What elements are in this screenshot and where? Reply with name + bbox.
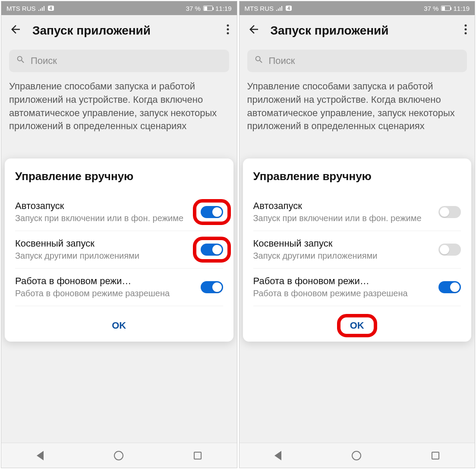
dialog-option: Работа в фоновом режи… Работа в фоновом … <box>15 269 223 306</box>
option-title: Автозапуск <box>253 200 434 212</box>
option-subtitle: Запуск при включении или в фон. режиме <box>253 212 434 224</box>
option-toggle[interactable] <box>201 281 223 293</box>
option-subtitle: Работа в фоновом режиме разрешена <box>253 288 434 299</box>
option-toggle[interactable] <box>201 206 223 218</box>
nav-recent-icon[interactable] <box>194 452 202 459</box>
dialog-option: Автозапуск Запуск при включении или в фо… <box>15 193 223 231</box>
status-bar: MTS RUS 4 37 % 11:19 <box>240 1 475 15</box>
dialog-option: Работа в фоновом режи… Работа в фоновом … <box>253 269 461 306</box>
search-placeholder: Поиск <box>269 55 295 67</box>
carrier-label: MTS RUS <box>6 5 36 12</box>
battery-percent: 37 % <box>424 5 438 12</box>
nav-home-icon[interactable] <box>352 451 361 460</box>
notification-count-badge: 4 <box>48 6 54 11</box>
battery-percent: 37 % <box>186 5 201 12</box>
option-toggle[interactable] <box>438 281 461 293</box>
carrier-label: MTS RUS <box>245 5 274 12</box>
svg-point-3 <box>465 25 467 27</box>
option-toggle[interactable] <box>201 244 223 256</box>
svg-point-4 <box>465 29 467 31</box>
nav-recent-icon[interactable] <box>432 452 439 459</box>
app-header: Запуск приложений <box>240 15 475 46</box>
svg-point-1 <box>227 29 229 31</box>
option-title: Работа в фоновом режи… <box>253 276 434 287</box>
clock: 11:19 <box>453 5 470 12</box>
nav-back-icon[interactable] <box>274 451 281 460</box>
dialog-title: Управление вручную <box>15 170 223 183</box>
option-toggle[interactable] <box>438 206 461 218</box>
ok-button[interactable]: OK <box>342 317 372 334</box>
option-title: Косвенный запуск <box>15 238 195 249</box>
battery-icon <box>441 6 451 11</box>
option-title: Автозапуск <box>15 200 195 212</box>
search-icon <box>254 55 264 67</box>
search-input[interactable]: Поиск <box>9 50 229 72</box>
page-description: Управление способами запуска и работой п… <box>240 80 475 133</box>
dialog-option: Косвенный запуск Запуск другими приложен… <box>15 231 223 269</box>
option-title: Косвенный запуск <box>253 238 434 249</box>
back-arrow-icon[interactable] <box>247 23 260 39</box>
nav-home-icon[interactable] <box>114 451 123 460</box>
more-options-icon[interactable] <box>464 24 467 37</box>
screenshot-left: MTS RUS 4 37 % 11:19 Запуск приложений П… <box>1 1 237 468</box>
page-title: Запуск приложений <box>271 24 454 38</box>
nav-back-icon[interactable] <box>37 451 44 460</box>
status-bar: MTS RUS 4 37 % 11:19 <box>1 1 237 15</box>
dialog-option: Косвенный запуск Запуск другими приложен… <box>253 231 461 269</box>
back-arrow-icon[interactable] <box>9 23 22 39</box>
more-options-icon[interactable] <box>227 24 229 37</box>
svg-point-2 <box>227 32 229 35</box>
search-input[interactable]: Поиск <box>247 50 467 72</box>
clock: 11:19 <box>215 5 232 12</box>
notification-count-badge: 4 <box>286 6 292 11</box>
ok-button[interactable]: OK <box>104 317 134 334</box>
manual-management-dialog: Управление вручную Автозапуск Запуск при… <box>5 158 233 342</box>
page-description: Управление способами запуска и работой п… <box>1 80 237 133</box>
signal-icon <box>38 5 45 12</box>
option-toggle[interactable] <box>438 244 461 256</box>
search-placeholder: Поиск <box>31 55 57 67</box>
screenshot-right: MTS RUS 4 37 % 11:19 Запуск приложений П… <box>239 1 476 468</box>
search-icon <box>16 55 25 67</box>
option-title: Работа в фоновом режи… <box>15 276 195 287</box>
battery-icon <box>203 6 213 11</box>
dialog-option: Автозапуск Запуск при включении или в фо… <box>253 193 461 231</box>
svg-point-0 <box>227 25 229 27</box>
option-subtitle: Запуск при включении или в фон. режиме <box>15 212 195 224</box>
nav-bar <box>240 443 475 468</box>
highlight-ring <box>337 314 377 337</box>
svg-point-5 <box>465 32 467 35</box>
option-subtitle: Запуск другими приложениями <box>15 250 195 261</box>
page-title: Запуск приложений <box>32 24 216 38</box>
app-header: Запуск приложений <box>1 15 237 46</box>
option-subtitle: Работа в фоновом режиме разрешена <box>15 288 195 299</box>
signal-icon <box>276 5 283 12</box>
manual-management-dialog: Управление вручную Автозапуск Запуск при… <box>243 158 472 342</box>
nav-bar <box>1 443 237 468</box>
option-subtitle: Запуск другими приложениями <box>253 250 434 261</box>
dialog-title: Управление вручную <box>253 170 461 183</box>
